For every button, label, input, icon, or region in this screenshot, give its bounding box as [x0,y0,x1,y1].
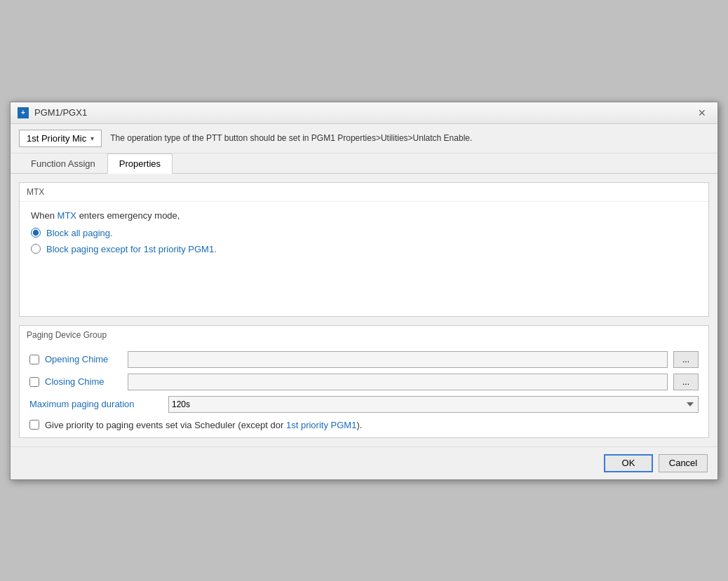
footer: OK Cancel [11,446,717,479]
closing-chime-browse-button[interactable]: ... [673,374,699,390]
title-bar-left: + PGM1/PGX1 [18,107,87,118]
priority-highlight: 1st priority PGM1 [286,420,356,430]
radio-option-1: Block all paging. [31,228,697,238]
duration-select[interactable]: 30s 60s 90s 120s 180s 240s [168,396,699,413]
mtx-description: When MTX enters emergency mode, [31,210,697,221]
cancel-button[interactable]: Cancel [659,454,708,472]
block-except-label: Block paging except for 1st priority PGM… [46,244,217,254]
block-all-paging-radio[interactable] [31,228,41,238]
tab-function-assign[interactable]: Function Assign [19,153,107,174]
opening-chime-input[interactable] [128,351,668,368]
chevron-down-icon: ▾ [90,135,94,142]
info-text: The operation type of the PTT button sho… [110,133,472,143]
paging-section-title: Paging Device Group [20,326,708,344]
scheduler-priority-checkbox[interactable] [29,420,39,430]
main-content: MTX When MTX enters emergency mode, Bloc… [11,174,717,446]
closing-chime-row: Closing Chime ... [29,374,699,390]
main-window: + PGM1/PGX1 ✕ 1st Priority Mic ▾ The ope… [10,102,718,480]
mtx-desc-suffix: enters emergency mode, [76,210,180,221]
duration-label: Maximum paging duration [29,399,163,409]
priority-prefix: Give priority to paging events set via S… [45,420,286,430]
mtx-section-title: MTX [20,183,708,202]
ok-button[interactable]: OK [604,454,653,472]
opening-chime-browse-button[interactable]: ... [673,351,699,368]
paging-section: Paging Device Group Opening Chime ... Cl… [19,325,709,438]
priority-text: Give priority to paging events set via S… [45,420,362,430]
mtx-section: MTX When MTX enters emergency mode, Bloc… [19,182,709,317]
closing-chime-label: Closing Chime [45,376,122,387]
close-button[interactable]: ✕ [694,107,710,119]
closing-chime-input[interactable] [128,374,668,390]
tab-bar: Function Assign Properties [11,153,717,174]
app-icon: + [18,107,29,118]
mtx-section-body: When MTX enters emergency mode, Block al… [20,202,708,316]
opening-chime-label: Opening Chime [45,354,122,364]
toolbar: 1st Priority Mic ▾ The operation type of… [11,124,717,153]
tab-properties[interactable]: Properties [107,153,173,174]
opening-chime-checkbox[interactable] [29,355,39,364]
priority-suffix: ). [356,420,362,430]
opening-chime-row: Opening Chime ... [29,351,699,368]
paging-body: Opening Chime ... Closing Chime ... Maxi… [20,344,708,437]
radio-option-2: Block paging except for 1st priority PGM… [31,244,697,254]
title-bar: + PGM1/PGX1 ✕ [11,102,717,124]
block-except-radio[interactable] [31,244,41,254]
duration-row: Maximum paging duration 30s 60s 90s 120s… [29,396,699,413]
priority-mic-dropdown[interactable]: 1st Priority Mic ▾ [19,130,102,147]
dropdown-label: 1st Priority Mic [27,133,86,144]
priority-row: Give priority to paging events set via S… [29,420,699,430]
window-title: PGM1/PGX1 [34,107,87,118]
mtx-desc-highlight: MTX [58,210,76,221]
mtx-desc-prefix: When [31,210,58,221]
closing-chime-checkbox[interactable] [29,377,39,387]
block-all-paging-label: Block all paging. [46,228,113,238]
